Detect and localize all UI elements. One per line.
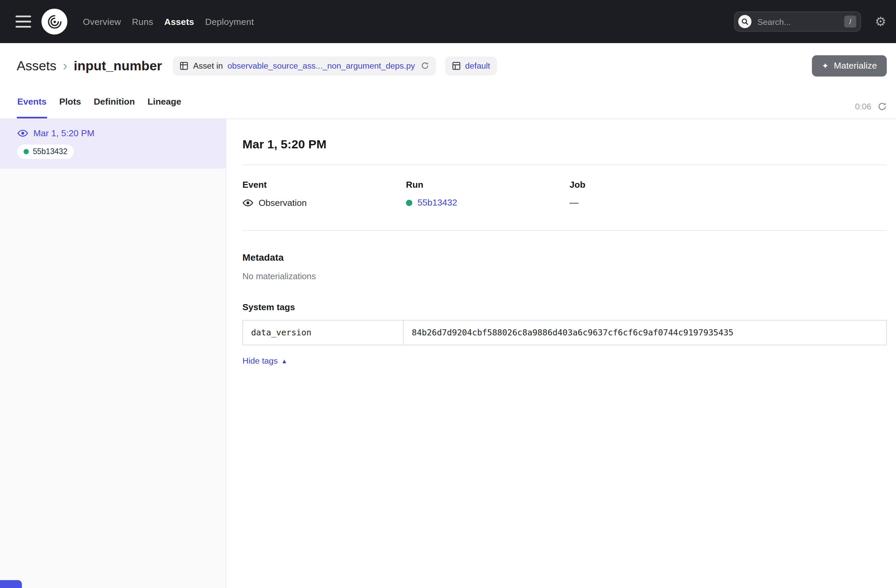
search-icon — [739, 15, 751, 28]
tab-lineage[interactable]: Lineage — [147, 97, 182, 119]
event-column-label: Event — [242, 179, 406, 190]
dagster-logo-icon[interactable] — [41, 9, 67, 35]
run-status-dot — [24, 149, 29, 154]
materialize-button[interactable]: ✦ Materialize — [812, 55, 887, 76]
run-id-link[interactable]: 55b13432 — [418, 198, 457, 208]
event-summary-columns: Event Observation Run — [242, 165, 887, 230]
nav-item-assets[interactable]: Assets — [164, 16, 194, 27]
system-tags-heading: System tags — [242, 301, 887, 313]
refresh-status: 0:06 — [855, 102, 887, 119]
logo-swirl-icon — [46, 13, 63, 30]
event-item-header: Mar 1, 5:20 PM — [17, 128, 216, 139]
asset-definition-link[interactable]: observable_source_ass..._non_argument_de… — [227, 61, 415, 70]
event-list-sidebar: Mar 1, 5:20 PM 55b13432 — [0, 119, 226, 588]
asset-chip-prefix: Asset in — [193, 61, 223, 70]
event-item-run-id: 55b13432 — [33, 147, 68, 156]
tab-bar: Events Plots Definition Lineage 0:06 — [17, 97, 887, 119]
tab-definition[interactable]: Definition — [93, 97, 136, 119]
event-list-item[interactable]: Mar 1, 5:20 PM 55b13432 — [0, 119, 226, 169]
breadcrumb-assets-link[interactable]: Assets — [17, 58, 56, 73]
materialize-button-label: Materialize — [834, 61, 877, 71]
top-nav: Overview Runs Assets Deployment / ⚙ — [0, 0, 896, 43]
event-item-run-badge[interactable]: 55b13432 — [17, 144, 74, 159]
breadcrumb-row: Assets › input_number Asset in observabl… — [17, 55, 887, 77]
run-column: Run 55b13432 — [406, 179, 570, 208]
refresh-icon[interactable] — [878, 102, 887, 111]
search-input[interactable] — [756, 17, 840, 27]
event-column-value: Observation — [242, 198, 406, 208]
metadata-heading: Metadata — [242, 252, 887, 263]
search-shortcut-key: / — [844, 15, 856, 27]
nav-item-overview[interactable]: Overview — [83, 16, 121, 27]
sparkle-icon: ✦ — [822, 62, 829, 70]
asset-source-chip[interactable]: Asset in observable_source_ass..._non_ar… — [173, 56, 436, 75]
page-title: input_number — [74, 58, 162, 73]
menu-icon[interactable] — [15, 15, 31, 27]
run-column-value: 55b13432 — [406, 198, 570, 208]
system-tags-table: data_version 84b26d7d9204cbf588026c8a988… — [242, 320, 887, 345]
hide-tags-label: Hide tags — [242, 356, 278, 365]
app: Overview Runs Assets Deployment / ⚙ Asse… — [0, 0, 896, 588]
job-column: Job — — [570, 179, 733, 208]
reload-definitions-icon[interactable] — [421, 62, 429, 70]
tab-plots[interactable]: Plots — [59, 97, 81, 119]
nav-links: Overview Runs Assets Deployment — [83, 16, 254, 27]
gear-icon[interactable]: ⚙ — [875, 15, 886, 28]
hide-tags-link[interactable]: Hide tags ▲ — [242, 356, 288, 365]
observation-eye-icon — [17, 128, 28, 139]
nav-item-runs[interactable]: Runs — [132, 16, 153, 27]
asset-group-chip[interactable]: default — [445, 56, 497, 75]
eye-icon — [242, 198, 253, 208]
bottom-left-accent — [0, 580, 22, 588]
tab-events[interactable]: Events — [17, 97, 47, 119]
refresh-timer: 0:06 — [855, 102, 871, 111]
chevron-right-icon: › — [63, 60, 68, 71]
asset-group-icon — [452, 61, 460, 70]
nav-item-deployment[interactable]: Deployment — [205, 16, 254, 27]
run-column-label: Run — [406, 179, 570, 190]
page-header: Assets › input_number Asset in observabl… — [0, 43, 896, 119]
event-detail-title: Mar 1, 5:20 PM — [242, 137, 887, 151]
table-grid-icon — [180, 61, 189, 70]
tag-key-cell: data_version — [243, 321, 404, 345]
divider — [242, 230, 887, 231]
event-type-value: Observation — [259, 198, 306, 208]
event-item-timestamp: Mar 1, 5:20 PM — [34, 128, 94, 138]
job-column-value: — — [570, 198, 733, 208]
job-column-label: Job — [570, 179, 733, 190]
metadata-empty-text: No materializations — [242, 271, 887, 281]
search-box[interactable]: / — [734, 11, 861, 32]
tag-value-cell: 84b26d7d9204cbf588026c8a9886d403a6c9637c… — [404, 321, 886, 345]
event-column: Event Observation — [242, 179, 406, 208]
asset-group-label: default — [465, 61, 491, 70]
caret-up-icon: ▲ — [281, 357, 288, 364]
run-status-dot — [406, 199, 412, 206]
event-detail-panel: Mar 1, 5:20 PM Event Observation — [226, 119, 896, 588]
main-area: Mar 1, 5:20 PM 55b13432 Mar 1, 5:20 PM E… — [0, 119, 896, 588]
job-empty-value: — — [570, 198, 579, 208]
